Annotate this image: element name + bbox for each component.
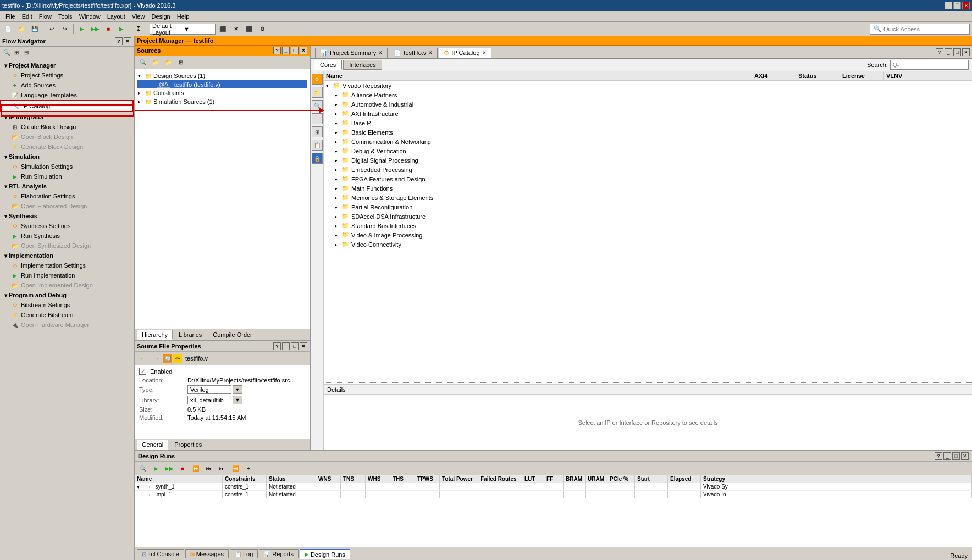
main-panel-close[interactable]: ✕ (962, 48, 970, 56)
fn-search[interactable]: 🔍 (2, 48, 11, 57)
flow-nav-close[interactable]: ✕ (124, 37, 131, 45)
nav-section-rtl[interactable]: RTL Analysis (0, 181, 134, 191)
tab-libraries[interactable]: Libraries (174, 330, 207, 340)
close-button[interactable]: ✕ (962, 2, 970, 9)
sources-close[interactable]: ✕ (300, 47, 307, 54)
menu-design[interactable]: Design (148, 12, 173, 21)
fn-expand[interactable]: ⊞ (12, 48, 21, 57)
ip-item-partial-reconfig[interactable]: ▸ 📁 Partial Reconfiguration (324, 202, 972, 212)
nav-section-ip-integrator[interactable]: IP Integrator (0, 112, 134, 122)
src-delete[interactable]: 📁 (150, 57, 162, 68)
nav-ip-catalog[interactable]: 🔧 IP Catalog (0, 100, 134, 112)
ip-sidebar-btn6[interactable]: 📋 (312, 140, 323, 151)
sources-minimize[interactable]: _ (282, 47, 290, 54)
ip-item-axi-infra[interactable]: ▸ 📁 AXI Infrastructure (324, 109, 972, 118)
dr-add[interactable]: + (242, 463, 255, 474)
sources-maximize[interactable]: □ (291, 47, 299, 54)
type-dropdown-btn[interactable]: ▼ (233, 385, 242, 394)
menu-help[interactable]: Help (174, 12, 193, 21)
ip-item-memories[interactable]: ▸ 📁 Memories & Storage Elements (324, 193, 972, 202)
sp-help[interactable]: ? (273, 342, 281, 350)
src-refresh[interactable]: 📁 (162, 57, 174, 68)
tb-new[interactable]: 📄 (2, 24, 14, 35)
nav-section-implementation[interactable]: Implementation (0, 251, 134, 260)
tb-open[interactable]: 📁 (15, 24, 27, 35)
tab-close-tf[interactable]: ✕ (428, 50, 433, 56)
dr-forward[interactable]: ⏩ (190, 463, 202, 474)
menu-window[interactable]: Window (76, 12, 104, 21)
ip-item-alliance[interactable]: ▸ 📁 Alliance Partners (324, 90, 972, 99)
dr-close[interactable]: ✕ (961, 452, 969, 460)
tb-stop[interactable]: ■ (102, 24, 114, 35)
dr-help[interactable]: ? (935, 452, 942, 460)
tab-project-summary[interactable]: 📊 Project Summary ✕ (315, 48, 388, 58)
tree-testfifo-file[interactable]: @A testfifo (testfifo.v) (137, 80, 307, 88)
sp-maximize[interactable]: □ (291, 342, 299, 350)
ip-sidebar-btn2[interactable]: 📁 (312, 87, 323, 98)
btab-messages[interactable]: ✉ Messages (185, 549, 229, 558)
tb-run[interactable]: ▶ (76, 24, 88, 35)
tb-run2[interactable]: ▶▶ (89, 24, 101, 35)
flow-nav-help[interactable]: ? (115, 37, 123, 45)
btab-reports[interactable]: 📊 Reports (259, 549, 299, 558)
tb-synth[interactable]: ▶ (115, 24, 128, 35)
sp-tab-general[interactable]: General (137, 440, 168, 450)
ip-item-comms[interactable]: ▸ 📁 Communication & Networking (324, 137, 972, 146)
nav-synthesis-settings[interactable]: ⚙ Synthesis Settings (0, 221, 134, 231)
tb-layout1[interactable]: ⬛ (217, 24, 229, 35)
tb-layout3[interactable]: ⬛ (243, 24, 255, 35)
tb-plus[interactable]: Σ (132, 24, 145, 35)
main-panel-help[interactable]: ? (936, 48, 943, 56)
nav-project-settings[interactable]: ⚙ Project Settings (0, 70, 134, 80)
dr-row-impl1[interactable]: → impl_1 constrs_1 Not started (135, 491, 972, 498)
menu-file[interactable]: File (2, 12, 19, 21)
minimize-button[interactable]: _ (945, 2, 952, 9)
tab-hierarchy[interactable]: Hierarchy (137, 330, 173, 340)
enabled-checkbox[interactable]: ✓ (139, 368, 146, 375)
tab-close-ps[interactable]: ✕ (378, 50, 383, 56)
sp-tab-properties[interactable]: Properties (169, 440, 207, 450)
dr-row-synth1[interactable]: ▾ → synth_1 constrs_1 Not started (135, 483, 972, 491)
tb-layout2[interactable]: ✕ (230, 24, 242, 35)
restore-button[interactable]: ❐ (953, 2, 961, 9)
nav-implementation-settings[interactable]: ⚙ Implementation Settings (0, 260, 134, 270)
nav-run-synthesis[interactable]: ▶ Run Synthesis (0, 231, 134, 241)
dr-run[interactable]: ▶ (150, 463, 162, 474)
dr-skip[interactable]: ⏭ (216, 463, 228, 474)
ip-item-fpga-features[interactable]: ▸ 📁 FPGA Features and Design (324, 174, 972, 184)
nav-run-implementation[interactable]: ▶ Run Implementation (0, 270, 134, 280)
ip-sidebar-btn3[interactable]: 🔍 (312, 100, 323, 111)
tree-design-sources[interactable]: ▾ 📁 Design Sources (1) (137, 71, 307, 80)
ip-sidebar-btn1[interactable]: ⚙ (312, 74, 323, 85)
ip-item-sdaccel[interactable]: ▸ 📁 SDAccel DSA Infrastructure (324, 212, 972, 221)
ip-sidebar-btn4[interactable]: + (312, 113, 323, 124)
ip-item-vivado-repo[interactable]: ▾ 📁 Vivado Repository (324, 81, 972, 90)
ip-item-baseip[interactable]: ▸ 📁 BaseIP (324, 118, 972, 127)
tab-compile-order[interactable]: Compile Order (208, 330, 257, 340)
sources-help[interactable]: ? (273, 47, 281, 54)
tb-redo[interactable]: ↪ (59, 24, 71, 35)
ip-item-basic-elements[interactable]: ▸ 📁 Basic Elements (324, 127, 972, 137)
nav-language-templates[interactable]: 📝 Language Templates (0, 90, 134, 100)
nav-section-program-debug[interactable]: Program and Debug (0, 290, 134, 300)
tb-save[interactable]: 💾 (29, 24, 41, 35)
subtab-interfaces[interactable]: Interfaces (343, 60, 382, 70)
dr-back[interactable]: ⏪ (229, 463, 241, 474)
nav-section-synthesis[interactable]: Synthesis (0, 211, 134, 221)
tb-undo[interactable]: ↩ (46, 24, 58, 35)
quick-access-input[interactable] (883, 26, 966, 32)
menu-edit[interactable]: Edit (19, 12, 36, 21)
menu-view[interactable]: View (129, 12, 148, 21)
nav-elaboration-settings[interactable]: ⚙ Elaboration Settings (0, 191, 134, 201)
dr-rewind[interactable]: ⏮ (203, 463, 215, 474)
btab-log[interactable]: 📋 Log (230, 549, 258, 558)
dr-stop[interactable]: ■ (176, 463, 189, 474)
nav-simulation-settings[interactable]: ⚙ Simulation Settings (0, 162, 134, 171)
dr-launch[interactable]: ▶▶ (163, 463, 175, 474)
tab-ip-catalog[interactable]: ⚙ IP Catalog ✕ (439, 48, 491, 58)
src-add[interactable]: 🔍 (137, 57, 149, 68)
subtab-cores[interactable]: Cores (314, 60, 342, 70)
nav-generate-bitstream[interactable]: ⚡ Generate Bitstream (0, 310, 134, 320)
ip-item-debug[interactable]: ▸ 📁 Debug & Verification (324, 146, 972, 156)
src-properties[interactable]: ⊞ (175, 57, 187, 68)
